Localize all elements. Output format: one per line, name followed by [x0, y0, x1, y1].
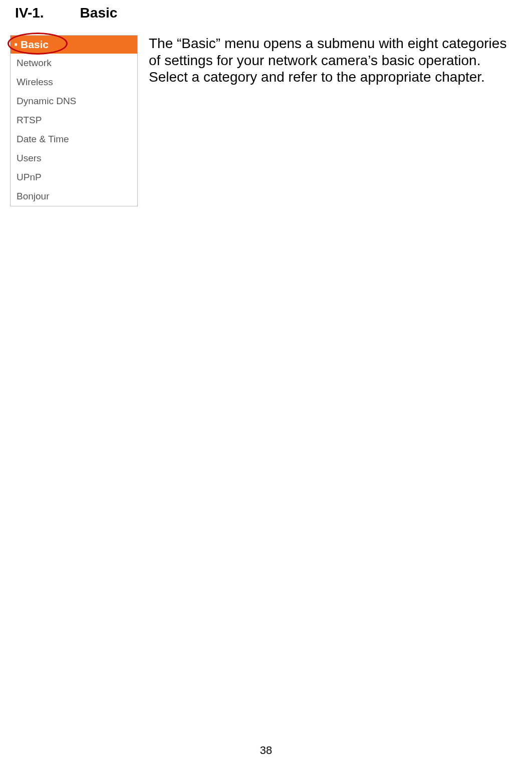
menu-item-users[interactable]: Users [11, 149, 137, 168]
menu-item-rtsp[interactable]: RTSP [11, 111, 137, 130]
basic-menu: Basic Network Wireless Dynamic DNS RTSP … [10, 35, 138, 206]
menu-header-label: Basic [21, 39, 49, 51]
menu-item-upnp[interactable]: UPnP [11, 168, 137, 187]
menu-item-date-time[interactable]: Date & Time [11, 130, 137, 149]
menu-item-dynamic-dns[interactable]: Dynamic DNS [11, 92, 137, 111]
menu-items-list: Network Wireless Dynamic DNS RTSP Date &… [11, 54, 137, 206]
menu-item-bonjour[interactable]: Bonjour [11, 187, 137, 206]
heading-number: IV-1. [15, 5, 44, 21]
heading-title: Basic [80, 5, 118, 21]
menu-item-network[interactable]: Network [11, 54, 137, 73]
section-description: The “Basic” menu opens a submenu with ei… [149, 35, 522, 86]
menu-header-basic[interactable]: Basic [11, 36, 137, 54]
section-heading: IV-1. Basic [10, 5, 522, 21]
menu-item-wireless[interactable]: Wireless [11, 73, 137, 92]
content-row: Basic Network Wireless Dynamic DNS RTSP … [10, 35, 522, 206]
page-number: 38 [260, 744, 272, 757]
